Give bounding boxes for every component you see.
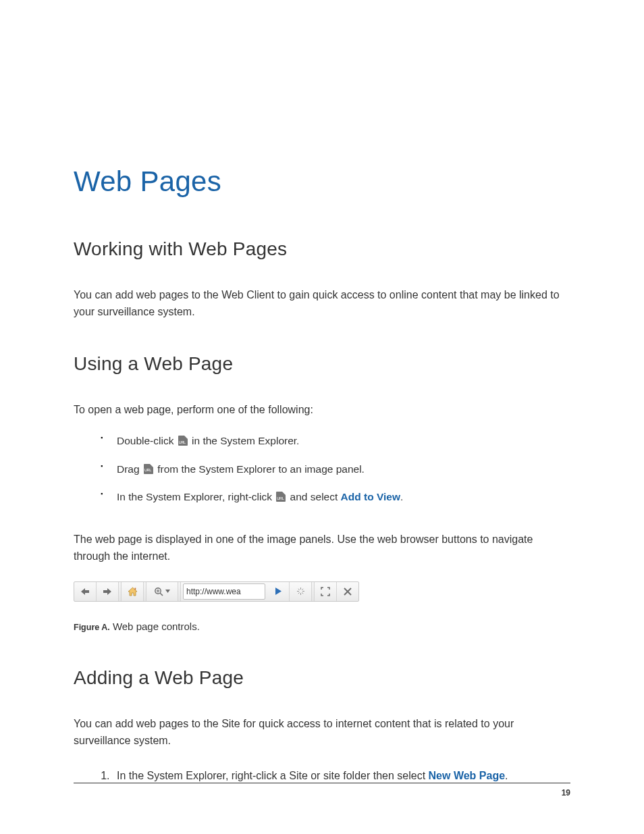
svg-line-2 xyxy=(160,593,163,596)
figure-text: Web page controls. xyxy=(110,621,200,632)
instruction-list: Double-click in the System Explorer. Dra… xyxy=(74,418,570,504)
step-text: In the System Explorer, right-click a Si… xyxy=(117,770,429,781)
arrow-left-icon xyxy=(80,588,90,596)
list-text: in the System Explorer. xyxy=(189,435,300,446)
document-page: Web Pages Working with Web Pages You can… xyxy=(0,0,644,834)
arrow-right-icon xyxy=(103,588,112,596)
list-item: Double-click in the System Explorer. xyxy=(101,433,570,448)
list-item: In the System Explorer, right-click a Si… xyxy=(113,768,570,784)
url-input[interactable]: http://www.wea xyxy=(183,583,265,600)
svg-line-6 xyxy=(302,589,303,590)
toolbar-separator xyxy=(178,582,181,601)
svg-line-10 xyxy=(298,593,299,594)
webpage-icon xyxy=(144,464,153,474)
page-title: Web Pages xyxy=(74,0,570,198)
home-icon xyxy=(128,587,138,596)
section-working-para: You can add web pages to the Web Client … xyxy=(74,260,570,321)
page-number: 19 xyxy=(562,788,570,798)
close-icon xyxy=(344,588,352,596)
play-icon xyxy=(275,587,282,596)
ordered-steps: In the System Explorer, right-click a Si… xyxy=(74,749,570,784)
webpage-icon xyxy=(276,492,286,502)
fullscreen-icon xyxy=(321,587,330,596)
zoom-dropdown[interactable] xyxy=(146,582,178,601)
list-text: Drag xyxy=(117,463,142,475)
figure-label: Figure A. xyxy=(74,623,110,632)
section-working-heading: Working with Web Pages xyxy=(74,198,570,260)
add-to-view-link[interactable]: Add to View xyxy=(341,491,400,502)
chevron-down-icon xyxy=(165,590,170,593)
list-text: Double-click xyxy=(117,435,177,446)
list-text: and select xyxy=(287,491,340,502)
webpage-icon xyxy=(178,436,188,446)
go-button[interactable] xyxy=(267,582,290,601)
list-text: . xyxy=(400,491,403,502)
section-adding-heading: Adding a Web Page xyxy=(74,632,570,689)
list-item: In the System Explorer, right-click and … xyxy=(101,489,570,504)
list-item: Drag from the System Explorer to an imag… xyxy=(101,461,570,477)
refresh-button[interactable] xyxy=(290,582,312,601)
forward-button[interactable] xyxy=(97,582,119,601)
list-text: In the System Explorer, right-click xyxy=(117,491,275,502)
magnifier-icon xyxy=(154,587,163,596)
figure-caption: Figure A. Web page controls. xyxy=(74,602,570,632)
step-text: . xyxy=(505,770,508,781)
back-button[interactable] xyxy=(74,582,97,601)
web-browser-toolbar: http://www.wea xyxy=(74,581,359,602)
section-using-intro: To open a web page, perform one of the f… xyxy=(74,375,570,419)
section-using-after: The web page is displayed in one of the … xyxy=(74,517,570,565)
close-button[interactable] xyxy=(337,582,358,601)
section-adding-para: You can add web pages to the Site for qu… xyxy=(74,689,570,750)
svg-line-12 xyxy=(298,589,299,590)
fullscreen-button[interactable] xyxy=(315,582,337,601)
section-using-heading: Using a Web Page xyxy=(74,321,570,375)
svg-rect-0 xyxy=(134,588,136,590)
new-web-page-link[interactable]: New Web Page xyxy=(429,770,506,781)
refresh-icon xyxy=(296,586,306,596)
toolbar-figure: http://www.wea xyxy=(74,581,570,602)
footer-divider xyxy=(74,783,570,783)
home-button[interactable] xyxy=(122,582,144,601)
svg-line-8 xyxy=(302,593,303,594)
list-text: from the System Explorer to an image pan… xyxy=(155,463,365,475)
